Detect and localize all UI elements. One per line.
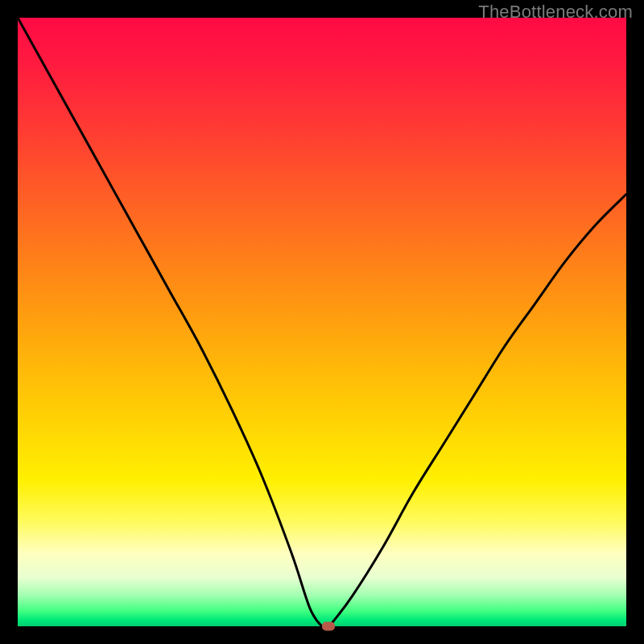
minimum-marker-dot (322, 622, 335, 631)
chart-frame: TheBottleneck.com (0, 0, 644, 644)
watermark-text: TheBottleneck.com (478, 2, 633, 23)
bottleneck-curve (18, 18, 626, 626)
